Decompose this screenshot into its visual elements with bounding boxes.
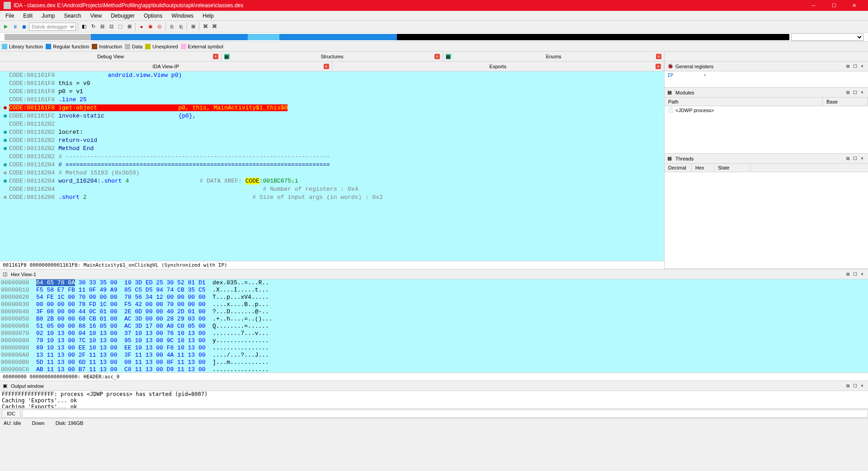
- hex-line[interactable]: 00000060 51 05 00 00 88 16 05 00 AC 3D 1…: [0, 323, 868, 330]
- modules-body[interactable]: Path Base 📄 <JDWP process>: [665, 98, 868, 153]
- restore-icon[interactable]: ⧉: [844, 271, 851, 278]
- disasm-line[interactable]: CODE:00116204 # ========================…: [0, 161, 664, 169]
- restore-icon[interactable]: ⧉: [844, 155, 851, 162]
- disasm-line[interactable]: CODE:001161F8 .line 25: [0, 96, 664, 104]
- module-icon: 📄: [667, 107, 674, 113]
- max-icon[interactable]: ☐: [852, 383, 858, 389]
- close-icon[interactable]: ×: [859, 383, 865, 389]
- disassembly-view[interactable]: CODE:001161F8 android.view.View p0)CODE:…: [0, 71, 664, 261]
- close-icon[interactable]: ×: [859, 155, 865, 162]
- close-icon[interactable]: ×: [434, 54, 440, 59]
- minimize-button[interactable]: ─: [803, 0, 824, 11]
- tool-icon[interactable]: ⊞: [125, 23, 133, 31]
- stop-button[interactable]: ⏹: [20, 23, 28, 31]
- maximize-button[interactable]: ☐: [824, 0, 844, 11]
- close-icon[interactable]: ×: [213, 54, 218, 59]
- hex-line[interactable]: 00000030 00 00 00 00 78 FD 1C 00 F5 42 0…: [0, 301, 868, 308]
- hex-line[interactable]: 00000090 89 10 13 00 EE 10 13 00 EE 10 1…: [0, 344, 868, 352]
- tab-exports[interactable]: Exports×: [332, 61, 665, 71]
- menu-edit[interactable]: Edit: [19, 12, 36, 20]
- hex-line[interactable]: 000000C0 AB 11 13 00 B7 11 13 00 C8 11 1…: [0, 366, 868, 372]
- disasm-line[interactable]: CODE:001161FC invoke-static {p0},: [0, 112, 664, 120]
- run-button[interactable]: ▶: [2, 23, 10, 31]
- down-arrow-icon[interactable]: ⬇: [703, 72, 707, 78]
- max-icon[interactable]: ☐: [852, 63, 858, 70]
- tab-ida-view[interactable]: IDA View-IP×: [0, 61, 332, 71]
- disasm-line[interactable]: CODE:00116202 Method End: [0, 145, 664, 153]
- tool-icon[interactable]: ⊡: [107, 23, 115, 31]
- step-icon[interactable]: ◉: [146, 23, 155, 31]
- max-icon[interactable]: ☐: [852, 89, 858, 96]
- hex-line[interactable]: 00000040 3F 08 00 00 44 0C 01 00 2E 0D 0…: [0, 308, 868, 316]
- step-icon[interactable]: ◎: [156, 23, 164, 31]
- modules-icon: ▦: [667, 89, 674, 96]
- hex-line[interactable]: 00000000 64 65 78 0A 30 33 35 00 10 3D E…: [0, 279, 868, 287]
- hex-line[interactable]: 00000010 F5 58 E7 FB 11 0F 49 A9 85 C5 D…: [0, 287, 868, 294]
- hex-line[interactable]: 00000050 B8 2B 00 00 68 CB 01 00 AC 3D 0…: [0, 316, 868, 323]
- disasm-line[interactable]: CODE:00116202 # ------------------------…: [0, 153, 664, 161]
- hex-line[interactable]: 00000080 79 10 13 00 7C 10 13 00 95 10 1…: [0, 337, 868, 344]
- menu-debugger[interactable]: Debugger: [107, 12, 138, 20]
- hex-line[interactable]: 00000020 54 FE 1C 00 70 00 00 00 78 56 3…: [0, 294, 868, 301]
- tab-enums[interactable]: ▦Enums×: [443, 52, 665, 61]
- toolbar: ▶ ⏸ ⏹ Dalvik debugger ◧ ↻ ⊟ ⊡ ⬚ ⊞ ● ◉ ◎ …: [0, 21, 868, 33]
- close-icon[interactable]: ×: [859, 271, 865, 278]
- idc-input[interactable]: [22, 410, 868, 418]
- disasm-line[interactable]: CODE:00116204 # Method 15193 (0x3b59): [0, 169, 664, 177]
- disasm-line[interactable]: CODE:00116202 return-void: [0, 137, 664, 145]
- close-icon[interactable]: ×: [859, 89, 865, 96]
- nav-ruler[interactable]: [5, 34, 789, 40]
- menu-help[interactable]: Help: [199, 12, 217, 20]
- menu-view[interactable]: View: [86, 12, 105, 20]
- breakpoint-icon[interactable]: ●: [137, 23, 146, 31]
- close-button[interactable]: ✕: [844, 0, 864, 11]
- disasm-line[interactable]: CODE:00116202: [0, 120, 664, 128]
- disasm-line[interactable]: CODE:00116204 word_116204:.short 4 # DAT…: [0, 177, 664, 185]
- menu-options[interactable]: Options: [140, 12, 166, 20]
- max-icon[interactable]: ☐: [852, 155, 858, 162]
- disasm-line[interactable]: CODE:001161F8 iget-object p0, this, Main…: [0, 104, 664, 112]
- nav-dropdown[interactable]: [791, 33, 863, 41]
- disasm-line[interactable]: CODE:001161F8 android.view.View p0): [0, 71, 664, 80]
- tab-structures[interactable]: ▦Structures×: [222, 52, 443, 61]
- disasm-line[interactable]: CODE:00116206 .short 2 # Size of input a…: [0, 193, 664, 202]
- disasm-line[interactable]: CODE:001161F8 p0 = v1: [0, 88, 664, 96]
- module-item[interactable]: 📄 <JDWP process>: [665, 106, 868, 114]
- disasm-line[interactable]: CODE:00116204 # Number of registers : 0x…: [0, 185, 664, 193]
- restore-icon[interactable]: ⧉: [844, 63, 851, 70]
- hex-line[interactable]: 00000070 02 10 13 00 04 10 13 00 37 10 1…: [0, 330, 868, 337]
- hex-line[interactable]: 000000A0 13 11 13 00 2F 11 13 00 3F 11 1…: [0, 352, 868, 359]
- tool-icon[interactable]: ⌘: [210, 23, 218, 31]
- tool-icon[interactable]: ◧: [80, 23, 88, 31]
- tool-icon[interactable]: ⊞: [189, 23, 197, 31]
- debugger-select[interactable]: Dalvik debugger: [29, 23, 76, 31]
- menu-jump[interactable]: Jump: [38, 12, 58, 20]
- idc-button[interactable]: IDC: [2, 410, 20, 418]
- tool-icon[interactable]: ⌘: [201, 23, 209, 31]
- close-icon[interactable]: ×: [859, 63, 865, 70]
- menu-windows[interactable]: Windows: [168, 12, 197, 20]
- hex-line[interactable]: 000000B0 5D 11 13 00 6D 11 13 00 08 11 1…: [0, 359, 868, 366]
- registers-body[interactable]: IP ⬇: [665, 71, 868, 87]
- restore-icon[interactable]: ⧉: [844, 89, 851, 96]
- menu-file[interactable]: File: [2, 12, 18, 20]
- tool-icon[interactable]: ⎗: [177, 23, 185, 31]
- tab-debug-view[interactable]: Debug View×: [0, 52, 222, 61]
- pause-button[interactable]: ⏸: [11, 23, 19, 31]
- hex-status: 00000000 0000000000000000: HEADER:asc_0: [0, 372, 868, 381]
- disasm-line[interactable]: CODE:00116202 locret:: [0, 128, 664, 137]
- tool-icon[interactable]: ⎘: [168, 23, 176, 31]
- hex-body[interactable]: 00000000 64 65 78 0A 30 33 35 00 10 3D E…: [0, 279, 868, 372]
- close-icon[interactable]: ×: [324, 64, 329, 69]
- close-icon[interactable]: ×: [656, 54, 661, 59]
- tool-icon[interactable]: ⬚: [116, 23, 124, 31]
- tool-icon[interactable]: ⊟: [98, 23, 106, 31]
- refresh-icon[interactable]: ↻: [89, 23, 97, 31]
- close-icon[interactable]: ×: [656, 64, 661, 69]
- threads-body[interactable]: Decimal Hex State: [665, 164, 868, 268]
- disasm-line[interactable]: CODE:001161F8 this = v0: [0, 80, 664, 88]
- output-body[interactable]: FFFFFFFFFFFFFFFF: process <JDWP process>…: [0, 391, 868, 408]
- menu-search[interactable]: Search: [60, 12, 85, 20]
- restore-icon[interactable]: ⧉: [844, 383, 851, 389]
- max-icon[interactable]: ☐: [852, 271, 858, 278]
